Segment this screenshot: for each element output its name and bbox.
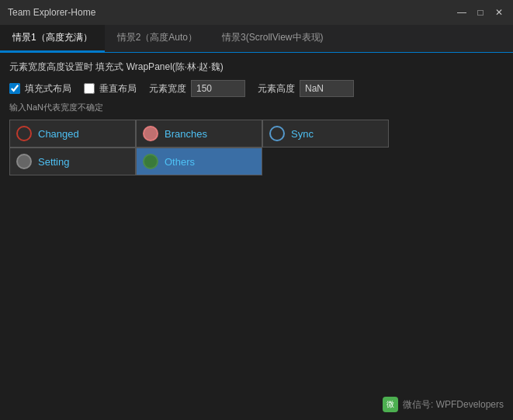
item-branches[interactable]: Branches [136,120,262,148]
changed-icon [16,126,32,141]
branches-label: Branches [165,128,207,140]
height-input[interactable] [300,80,354,97]
fill-layout-checkbox[interactable]: 填充式布局 [9,82,71,95]
maximize-button[interactable]: □ [474,6,487,19]
item-changed[interactable]: Changed [9,120,136,148]
footer-text: 微信号: WPFDevelopers [403,398,504,411]
close-button[interactable]: ✕ [493,6,505,19]
item-setting[interactable]: Setting [9,148,136,175]
description: 元素宽度高度设置时 填充式 WrapPanel(陈·林·赵·魏) [9,61,504,74]
branches-icon [143,126,158,141]
hint-text: 输入NaN代表宽度不确定 [9,102,504,113]
others-icon [143,154,158,169]
wechat-icon: 微 [383,397,398,412]
footer: 微 微信号: WPFDevelopers [383,397,504,412]
window-controls: — □ ✕ [456,6,505,19]
vertical-layout-input[interactable] [84,83,95,94]
options-row: 填充式布局 垂直布局 元素宽度 元素高度 [9,80,504,97]
title-bar: Team Explorer-Home — □ ✕ [0,0,513,25]
changed-label: Changed [38,128,79,140]
item-sync[interactable]: Sync [262,120,389,148]
content-area: 元素宽度高度设置时 填充式 WrapPanel(陈·林·赵·魏) 填充式布局 垂… [0,53,513,183]
sync-label: Sync [291,128,314,140]
minimize-button[interactable]: — [456,6,468,19]
window-title: Team Explorer-Home [8,7,95,18]
vertical-layout-checkbox[interactable]: 垂直布局 [84,82,137,95]
tab-scene1[interactable]: 情景1（高度充满） [0,25,105,52]
height-field-group: 元素高度 [258,80,354,97]
tab-bar: 情景1（高度充满） 情景2（高度Auto） 情景3(ScrollView中表现) [0,25,513,53]
tab-scene3[interactable]: 情景3(ScrollView中表现) [210,25,335,52]
fill-layout-input[interactable] [9,83,20,94]
tab-scene2[interactable]: 情景2（高度Auto） [105,25,210,52]
sync-icon [269,126,285,141]
setting-icon [16,154,32,169]
item-grid: Changed Branches Sync Setting Others [9,120,504,175]
setting-label: Setting [38,156,69,168]
item-others[interactable]: Others [136,148,262,175]
others-label: Others [165,156,195,168]
width-field-group: 元素宽度 [149,80,245,97]
width-input[interactable] [191,80,245,97]
